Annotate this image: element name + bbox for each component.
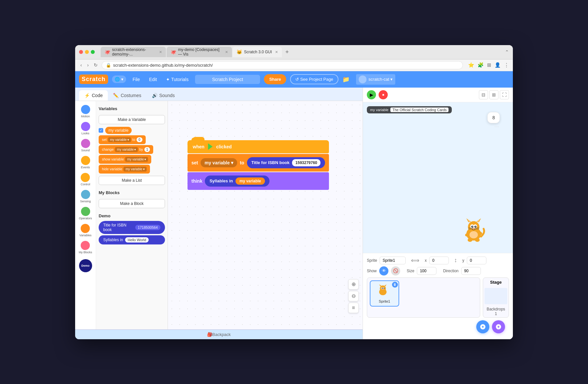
forward-btn[interactable]: › xyxy=(86,61,90,69)
category-events[interactable]: Events xyxy=(80,155,91,170)
direction-input[interactable] xyxy=(461,267,481,275)
variables-label: Variables xyxy=(79,234,91,237)
url-text[interactable]: scratch-extensions-demo.github.io/my-dem… xyxy=(113,63,213,68)
category-control[interactable]: Control xyxy=(79,172,91,187)
fit-screen-btn[interactable]: ≡ xyxy=(348,303,359,313)
fullscreen-btn[interactable]: ⛶ xyxy=(500,90,509,99)
extensions-icon[interactable]: 🧩 xyxy=(478,62,484,68)
change-value-input[interactable]: 1 xyxy=(144,147,150,152)
delete-sprite1-btn[interactable]: 🗑 xyxy=(392,282,398,288)
size-input[interactable] xyxy=(417,267,436,275)
category-sound[interactable]: Sound xyxy=(80,138,91,153)
category-looks[interactable]: Looks xyxy=(80,121,91,136)
svg-point-29 xyxy=(384,288,384,289)
hide-eye-btn[interactable]: 🚫 xyxy=(391,266,400,275)
see-project-page-btn[interactable]: ↺ See Project Page xyxy=(290,74,338,84)
category-operators[interactable]: Operators xyxy=(77,206,93,221)
language-btn[interactable]: 🌐 ▾ xyxy=(112,75,126,83)
menu-icon[interactable]: ⋮ xyxy=(504,62,509,68)
tab-1-close[interactable]: ✕ xyxy=(159,50,162,54)
large-stage-btn[interactable]: ⊞ xyxy=(489,90,498,99)
stop-btn[interactable]: ■ xyxy=(379,90,388,99)
when-flag-clicked-block[interactable]: when clicked xyxy=(188,140,329,153)
profile-icon[interactable]: 👤 xyxy=(495,62,501,68)
set-variable-block[interactable]: set my variable ▾ to 0 xyxy=(99,135,146,144)
think-block-canvas[interactable]: think Syllables in my variable xyxy=(188,172,329,190)
tutorials-btn[interactable]: ✦ Tutorials xyxy=(163,75,191,83)
tab-3-close[interactable]: ✕ xyxy=(275,50,278,54)
category-myblocks[interactable]: My Blocks xyxy=(77,240,93,255)
category-motion[interactable]: Motion xyxy=(80,104,91,119)
demo-block-1[interactable]: Title for ISBN book 1718500564 xyxy=(99,221,165,234)
canvas-controls: ⊕ ⊖ ≡ xyxy=(348,279,359,313)
set-block-title-pill[interactable]: Title for ISBN book 1593279760 xyxy=(247,157,325,168)
zoom-out-btn[interactable]: ⊖ xyxy=(348,291,359,301)
stage-controls: ▶ ■ ⊟ ⊞ ⛶ xyxy=(363,88,513,102)
demo-section: Demo Title for ISBN book 1718500564 Syll… xyxy=(99,213,165,244)
hide-var-dropdown[interactable]: my variable ▾ xyxy=(123,167,146,172)
folder-icon[interactable]: 📁 xyxy=(342,76,350,83)
change-var-dropdown[interactable]: my variable ▾ xyxy=(115,147,138,152)
demo-block2-label: Syllables in xyxy=(103,238,123,242)
tab-3[interactable]: 🐱 Scratch 3.0 GUI ✕ xyxy=(233,47,282,57)
dropdown-arrow-2: ▾ xyxy=(134,148,136,151)
demo-block-2[interactable]: Syllables in Hello World xyxy=(99,235,165,244)
titlebar: 🐙 scratch-extensions-demo/my-... ✕ 🐙 my-… xyxy=(75,45,513,59)
add-sprite-btn[interactable] xyxy=(476,320,489,333)
edit-menu[interactable]: Edit xyxy=(146,75,159,83)
change-variable-block[interactable]: change my variable ▾ by 1 xyxy=(99,145,153,154)
zoom-in-btn[interactable]: ⊕ xyxy=(348,279,359,290)
set-block-value-pill[interactable]: 1593279760 xyxy=(292,159,320,166)
file-menu[interactable]: File xyxy=(130,75,143,83)
back-btn[interactable]: ‹ xyxy=(79,61,83,69)
show-var-dropdown[interactable]: my variable ▾ xyxy=(125,157,148,162)
grid-icon[interactable]: ⊞ xyxy=(487,62,491,68)
script-canvas[interactable]: when clicked set my variable ▾ xyxy=(168,101,363,329)
sprite1-thumb[interactable]: 🗑 xyxy=(370,280,399,307)
refresh-btn[interactable]: ↻ xyxy=(92,61,99,69)
tab-2-close[interactable]: ✕ xyxy=(225,50,228,54)
sprite-name-input[interactable] xyxy=(380,257,406,264)
stage-panel: Stage Backdrops 1 xyxy=(483,277,509,318)
category-sensing[interactable]: Sensing xyxy=(79,189,92,204)
x-input[interactable] xyxy=(429,257,449,264)
y-input[interactable] xyxy=(467,257,486,264)
maximize-window-btn[interactable] xyxy=(91,50,95,54)
user-menu[interactable]: scratch-cat ▾ xyxy=(356,74,395,85)
tab-costumes[interactable]: ✏️ Costumes xyxy=(108,90,146,101)
tab-code[interactable]: ⚡ Code xyxy=(79,90,108,101)
set-value-input[interactable]: 0 xyxy=(137,137,142,142)
project-name-input[interactable] xyxy=(195,75,260,84)
svg-point-23 xyxy=(380,285,386,292)
green-flag-btn[interactable]: ▶ xyxy=(367,90,376,99)
show-variable-block[interactable]: show variable my variable ▾ xyxy=(99,155,151,164)
set-block-canvas[interactable]: set my variable ▾ to Title for ISBN book… xyxy=(188,154,329,172)
block-palette: Variables Make a Variable ✓ my variable … xyxy=(96,101,168,329)
backpack-bar[interactable]: 🎒 Backpack xyxy=(75,329,363,339)
bookmark-icon[interactable]: ⭐ xyxy=(468,62,474,68)
make-list-btn[interactable]: Make a List xyxy=(99,176,165,185)
make-variable-btn[interactable]: Make a Variable xyxy=(99,115,165,124)
set-var-dropdown-canvas[interactable]: my variable ▾ xyxy=(201,158,237,167)
small-stage-btn[interactable]: ⊟ xyxy=(479,90,488,99)
minimize-window-btn[interactable] xyxy=(85,50,89,54)
variable-checkbox[interactable]: ✓ xyxy=(99,128,103,133)
share-btn[interactable]: Share xyxy=(264,74,286,84)
hide-variable-block[interactable]: hide variable my variable ▾ xyxy=(99,165,150,174)
category-variables[interactable]: Variables xyxy=(78,223,93,238)
show-eye-btn[interactable]: 👁 xyxy=(379,266,388,275)
close-window-btn[interactable] xyxy=(79,50,83,54)
tab-2[interactable]: 🐙 my-demo [Codespaces] — Vis ✕ xyxy=(167,47,232,57)
set-to-canvas-label: to xyxy=(240,160,244,165)
new-tab-btn[interactable]: + xyxy=(283,49,291,56)
set-var-dropdown[interactable]: my variable ▾ xyxy=(108,137,131,142)
think-inner-block[interactable]: Syllables in my variable xyxy=(205,175,270,187)
think-var-pill[interactable]: my variable xyxy=(236,177,265,185)
tab-sounds[interactable]: 🔊 Sounds xyxy=(147,90,180,101)
make-block-btn[interactable]: Make a Block xyxy=(99,199,165,208)
variables-dot xyxy=(81,224,90,233)
sprite-list: 🗑 xyxy=(367,278,480,309)
tab-1[interactable]: 🐙 scratch-extensions-demo/my-... ✕ xyxy=(101,47,166,57)
add-backdrop-btn[interactable] xyxy=(492,320,505,333)
category-demo[interactable]: Demo xyxy=(79,259,92,272)
